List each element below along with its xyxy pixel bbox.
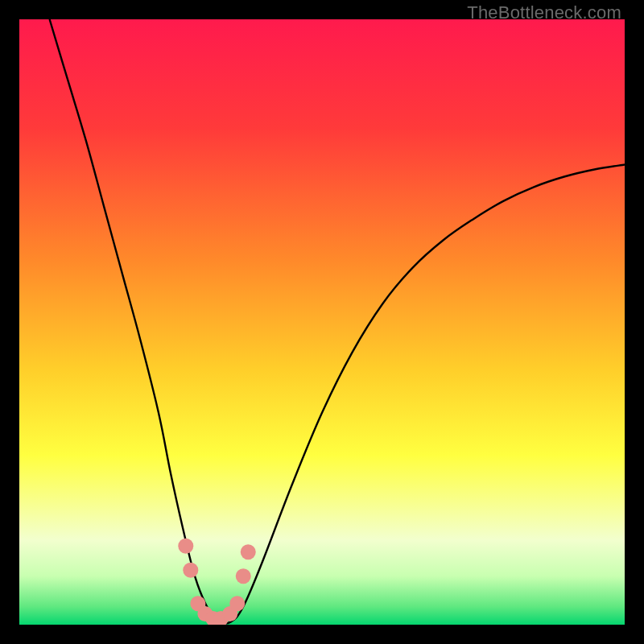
marker-dot — [241, 544, 256, 559]
chart-frame — [19, 19, 625, 625]
marker-dot — [178, 539, 193, 554]
bottleneck-chart — [19, 19, 625, 625]
gradient-background — [19, 19, 625, 625]
marker-dot — [183, 563, 198, 578]
watermark-text: TheBottleneck.com — [467, 2, 621, 23]
marker-dot — [229, 596, 245, 611]
marker-dot — [236, 568, 251, 584]
